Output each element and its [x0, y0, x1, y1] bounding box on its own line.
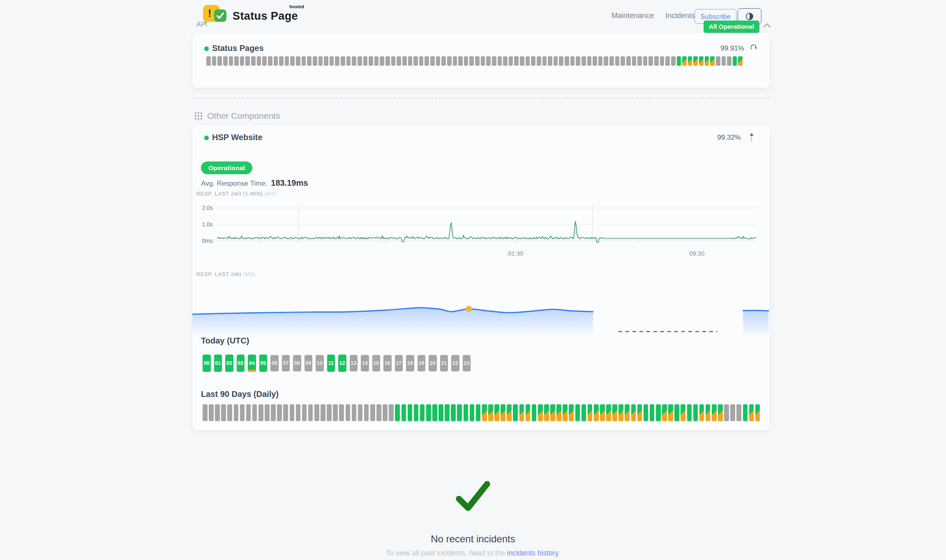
- day-uptime-bar: [569, 404, 574, 421]
- uptime-bar: [531, 56, 535, 66]
- uptime-bar: [637, 56, 642, 66]
- uptime-bar: [335, 56, 339, 66]
- uptime-bar: [352, 56, 356, 66]
- uptime-bar: [738, 56, 743, 66]
- uptime-bar: [268, 56, 272, 66]
- uptime-bar: [643, 56, 648, 66]
- chart2-caption: RESP. LAST 24H(MS): [196, 271, 256, 277]
- uptime-bar: [682, 56, 687, 66]
- day-uptime-bar: [432, 404, 437, 421]
- nav-link-incidents[interactable]: Incidents: [665, 12, 695, 20]
- uptime-bar: [369, 56, 373, 66]
- day-uptime-bar: [681, 404, 685, 421]
- brand-name: Status Page: [233, 10, 298, 23]
- x-axis-label: 01:30: [508, 250, 524, 257]
- uptime-bar: [688, 56, 692, 66]
- uptime-bar: [570, 56, 575, 66]
- day-uptime-bar: [383, 404, 388, 421]
- day-uptime-bar: [718, 404, 723, 421]
- day-uptime-bar: [600, 404, 605, 421]
- hour-block: 23: [463, 355, 471, 371]
- hour-block: 08: [293, 355, 301, 371]
- uptime-bar: [581, 56, 586, 66]
- nav-link-maintenance[interactable]: Maintenance: [611, 12, 654, 20]
- uptime-bar: [554, 56, 558, 66]
- uptime-bar: [402, 56, 407, 66]
- uptime-bar: [441, 56, 446, 66]
- incidents-history-link[interactable]: incidents history: [507, 549, 558, 557]
- day-uptime-bar: [656, 404, 661, 421]
- day-uptime-bar: [519, 404, 524, 421]
- overall-status-badge: All Operational: [704, 21, 759, 33]
- refresh-icon[interactable]: [750, 44, 758, 54]
- day-uptime-bar: [668, 404, 673, 421]
- uptime-bar: [430, 56, 435, 66]
- uptime-bar: [447, 56, 452, 66]
- component-name: HSP Website: [212, 133, 263, 142]
- uptime-bar: [419, 56, 424, 66]
- uptime-bar: [475, 56, 480, 66]
- uptime-bar: [520, 56, 524, 66]
- uptime-bar: [727, 56, 731, 66]
- uptime-bar: [537, 56, 541, 66]
- day-uptime-bar: [501, 404, 505, 421]
- uptime-bar: [408, 56, 413, 66]
- day-uptime-bar: [538, 404, 543, 421]
- incidents-history-prefix: To view all past incidents, head to the: [386, 549, 507, 557]
- day-uptime-bar: [339, 404, 344, 421]
- uptime-bar: [660, 56, 665, 66]
- uptime-bar: [240, 56, 245, 66]
- chart1-unit: (MS): [265, 191, 277, 197]
- day-uptime-bar: [401, 404, 406, 421]
- y-axis-label: 0ms: [196, 237, 213, 244]
- day-uptime-bar: [395, 404, 400, 421]
- day-uptime-bar: [743, 404, 748, 421]
- uptime-bar: [469, 56, 474, 66]
- day-uptime-bar: [414, 404, 419, 421]
- response-time-area-chart: [192, 285, 770, 336]
- group-label-api: API: [196, 21, 207, 28]
- day-uptime-bar: [532, 404, 537, 421]
- uptime-bar: [526, 56, 530, 66]
- uptime-bar: [498, 56, 502, 66]
- no-recent-incidents-title: No recent incidents: [0, 533, 946, 545]
- avg-response-value: 183.19ms: [271, 178, 308, 188]
- day-uptime-bar: [588, 404, 593, 421]
- day-uptime-bar: [364, 404, 369, 421]
- component-uptime: 99.32%: [717, 134, 741, 142]
- uptime-bar: [290, 56, 295, 66]
- today-heading: Today (UTC): [201, 336, 249, 346]
- grid-dots-icon: [195, 112, 203, 120]
- day-uptime-bar: [408, 404, 413, 421]
- chevron-up-icon[interactable]: [763, 22, 771, 30]
- day-uptime-bar: [606, 404, 611, 421]
- day-uptime-bar: [246, 404, 251, 421]
- day-uptime-bar: [420, 404, 425, 421]
- uptime-bar: [565, 56, 569, 66]
- uptime-bar: [363, 56, 368, 66]
- day-uptime-bar: [308, 404, 313, 421]
- hour-block: 17: [395, 355, 403, 371]
- hour-block: 07: [282, 355, 290, 371]
- hour-block: 20: [429, 355, 437, 371]
- uptime-bar: [654, 56, 659, 66]
- uptime-bar: [262, 56, 267, 66]
- incidents-history-suffix: .: [558, 549, 560, 557]
- day-uptime-bar: [302, 404, 307, 421]
- day-uptime-bar: [445, 404, 450, 421]
- hour-block: 16: [383, 355, 392, 371]
- day-uptime-bar: [526, 404, 531, 421]
- day-uptime-bar: [346, 404, 351, 421]
- day-uptime-bar: [227, 404, 232, 421]
- day-uptime-bar: [203, 404, 208, 421]
- uptime-bar: [330, 56, 334, 66]
- hour-block: 12: [338, 355, 346, 372]
- day-uptime-bar: [693, 404, 698, 421]
- hour-block: 22: [451, 355, 459, 371]
- last-90-days-heading: Last 90 Days (Daily): [201, 389, 279, 399]
- day-uptime-bar: [240, 404, 245, 421]
- uptime-bar: [693, 56, 698, 66]
- uptime-bar: [626, 56, 631, 66]
- hour-block: 04: [248, 355, 256, 372]
- big-checkmark-icon: [455, 480, 491, 514]
